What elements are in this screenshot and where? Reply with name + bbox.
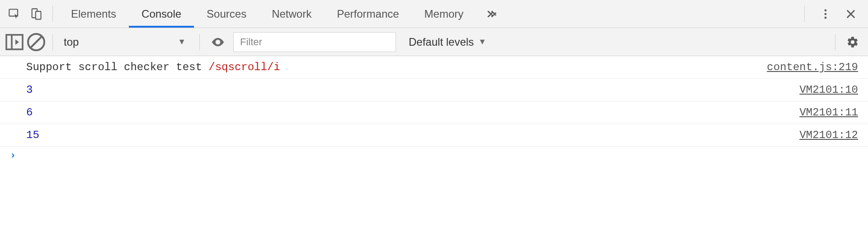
tab-network[interactable]: Network [259, 0, 324, 28]
log-regex: /sqscroll/i [208, 61, 280, 73]
svg-line-9 [31, 37, 42, 48]
log-message: Support scroll checker test /sqscroll/i [26, 61, 767, 73]
prompt-chevron-icon: › [10, 150, 16, 162]
separator [52, 6, 53, 22]
clear-console-icon[interactable] [25, 29, 47, 56]
separator [52, 34, 53, 50]
more-tabs-button[interactable] [476, 0, 507, 28]
kebab-menu-icon[interactable] [816, 0, 835, 28]
svg-rect-6 [6, 35, 23, 49]
console-log-row: Support scroll checker test /sqscroll/i … [0, 56, 868, 79]
tab-label: Elements [71, 8, 116, 20]
log-message: 15 [26, 129, 799, 141]
source-link[interactable]: content.js:219 [767, 61, 858, 73]
console-log-row: 6 VM2101:11 [0, 101, 868, 124]
source-link[interactable]: VM2101:12 [799, 129, 858, 141]
device-toolbar-icon[interactable] [25, 0, 47, 28]
tab-label: Console [142, 8, 181, 20]
dropdown-triangle-icon: ▼ [478, 37, 486, 47]
separator [804, 6, 805, 22]
separator [835, 34, 835, 50]
svg-rect-2 [36, 11, 41, 19]
panel-tabs: Elements Console Sources Network Perform… [58, 0, 799, 28]
console-toolbar: top ▼ Default levels ▼ [0, 28, 868, 56]
tab-console[interactable]: Console [129, 0, 194, 28]
console-output: Support scroll checker test /sqscroll/i … [0, 56, 868, 147]
console-settings-icon[interactable] [841, 29, 864, 56]
log-levels-select[interactable]: Default levels ▼ [404, 36, 491, 48]
tab-performance[interactable]: Performance [324, 0, 411, 28]
tab-label: Memory [425, 8, 464, 20]
source-link[interactable]: VM2101:11 [799, 106, 858, 119]
inspect-element-icon[interactable] [4, 0, 25, 28]
console-prompt: › [0, 147, 868, 165]
execution-context-select[interactable]: top ▼ [58, 29, 194, 56]
show-console-sidebar-icon[interactable] [4, 29, 25, 56]
tab-label: Performance [337, 8, 399, 20]
tab-elements[interactable]: Elements [58, 0, 129, 28]
log-text: Support scroll checker test [26, 61, 208, 73]
levels-label: Default levels [409, 36, 474, 48]
log-message: 3 [26, 84, 799, 96]
source-link[interactable]: VM2101:10 [799, 84, 858, 96]
filter-input[interactable] [233, 32, 396, 52]
tab-memory[interactable]: Memory [412, 0, 476, 28]
tab-label: Sources [207, 8, 246, 20]
context-value: top [64, 36, 79, 48]
devtools-tab-bar: Elements Console Sources Network Perform… [0, 0, 868, 28]
separator [199, 34, 200, 50]
close-icon[interactable] [841, 0, 861, 28]
log-number: 6 [26, 106, 33, 119]
tab-sources[interactable]: Sources [194, 0, 259, 28]
console-log-row: 3 VM2101:10 [0, 79, 868, 101]
console-input[interactable] [22, 150, 858, 162]
log-number: 3 [26, 84, 33, 96]
live-expression-icon[interactable] [205, 35, 231, 49]
svg-point-5 [825, 16, 827, 19]
log-number: 15 [26, 129, 39, 141]
svg-point-4 [825, 13, 827, 15]
svg-point-3 [825, 9, 827, 11]
dropdown-triangle-icon: ▼ [178, 37, 186, 47]
tab-label: Network [272, 8, 311, 20]
console-log-row: 15 VM2101:12 [0, 124, 868, 147]
log-message: 6 [26, 106, 799, 119]
tab-bar-right [799, 0, 864, 28]
